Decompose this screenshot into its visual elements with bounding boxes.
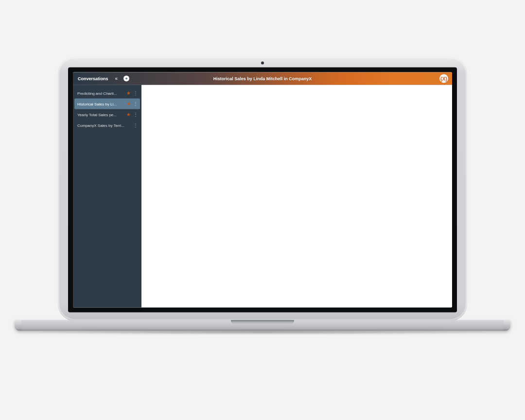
page-title: Historical Sales by Linda Mitchell in Co… <box>213 76 312 81</box>
conversation-item-label: CompanyX Sales by Terri... <box>77 123 124 127</box>
app-screen: Conversations « + Historical Sales by Li… <box>73 72 452 308</box>
collapse-sidebar-button[interactable]: « <box>115 76 117 81</box>
app-body: Predicting and Charti...★⋮Historical Sal… <box>73 85 452 308</box>
laptop-base <box>15 320 510 335</box>
laptop-frame: Conversations « + Historical Sales by Li… <box>58 58 467 335</box>
webcam-icon <box>261 62 264 65</box>
item-menu-button[interactable]: ⋮ <box>133 112 138 117</box>
conversation-item-label: Yearly Total Sales pe... <box>77 112 124 117</box>
conversation-item[interactable]: Historical Sales by Li...★⋮ <box>74 99 140 109</box>
conversation-item[interactable]: Yearly Total Sales pe...★⋮ <box>74 109 140 120</box>
item-menu-button[interactable]: ⋮ <box>133 91 138 96</box>
conversation-item-label: Predicting and Charti... <box>77 91 124 95</box>
sidebar-section-title: Conversations <box>78 76 108 81</box>
conversation-item[interactable]: CompanyX Sales by Terri...★⋮ <box>74 120 140 131</box>
item-menu-button[interactable]: ⋮ <box>133 123 138 128</box>
main-content-area <box>141 85 452 308</box>
trackpad-notch-icon <box>231 320 294 325</box>
conversations-sidebar: Predicting and Charti...★⋮Historical Sal… <box>73 85 141 308</box>
item-menu-button[interactable]: ⋮ <box>133 102 138 106</box>
star-icon[interactable]: ★ <box>126 102 131 106</box>
new-conversation-button[interactable]: + <box>123 76 129 82</box>
star-icon[interactable]: ★ <box>126 112 131 117</box>
conversation-item-label: Historical Sales by Li... <box>77 102 124 106</box>
brand-logo-icon[interactable]: {X} <box>439 74 448 83</box>
star-icon[interactable]: ★ <box>126 91 131 96</box>
laptop-lid: Conversations « + Historical Sales by Li… <box>58 58 467 320</box>
screen-bezel: Conversations « + Historical Sales by Li… <box>68 68 457 313</box>
top-bar: Conversations « + Historical Sales by Li… <box>73 72 452 85</box>
conversation-item[interactable]: Predicting and Charti...★⋮ <box>74 88 140 99</box>
